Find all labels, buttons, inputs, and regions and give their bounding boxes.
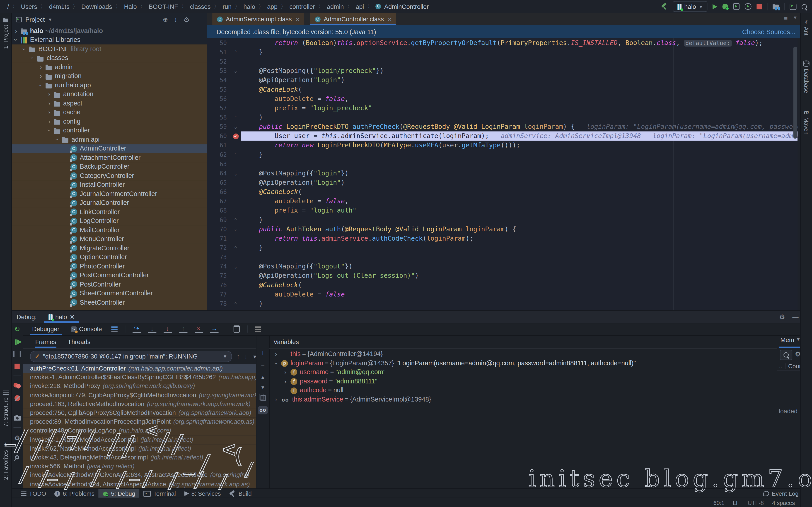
variable-loginParam[interactable]: ›ploginParam = {LoginParam@14357} "Login… [273,359,636,368]
search-everywhere-icon[interactable] [802,4,807,9]
resume-icon[interactable] [17,339,21,344]
editor-tab-AdminServiceImpl.class[interactable]: AdminServiceImpl.class✕ [212,13,304,25]
line-number[interactable]: 57 [207,103,227,113]
close-icon[interactable]: ✕ [69,313,75,321]
chevron-expanded-icon[interactable]: › [47,127,52,133]
stack-frame[interactable]: invoke:62, NativeMethodAccessorImpl(jdk.… [23,444,256,453]
tool-window-button-Terminal[interactable]: Terminal [139,489,180,498]
tool-button-ant[interactable]: ✳ Ant [801,19,812,36]
gear-icon[interactable]: ⚙ [184,16,190,23]
file-encoding[interactable]: UTF-8 [748,500,764,506]
breadcrumb-item[interactable]: BOOT-INF [149,3,178,10]
force-step-into-icon[interactable]: ↓ [164,325,172,333]
debug-icon[interactable] [722,4,728,9]
project-tree-item-LogController[interactable]: LogController [11,217,207,226]
chevron-expanded-icon[interactable]: › [30,55,35,61]
project-tree-item-JournalCommentController[interactable]: JournalCommentController [11,189,207,199]
tab-debugger[interactable]: Debugger [30,323,62,335]
frame-up-icon[interactable]: ↑ [237,353,240,360]
breadcrumb-item[interactable]: / [7,3,9,10]
run-config-selector[interactable]: halo ▼ [673,1,707,12]
project-tree-item-BOOT-INF[interactable]: ›BOOT-INF library root [11,45,207,54]
pin-icon[interactable] [14,454,20,460]
profiler-icon[interactable] [745,3,752,10]
tool-window-button-8: Services[interactable]: 8: Services [180,489,225,498]
add-watch-icon[interactable]: + [261,349,265,357]
tool-window-button-Build[interactable]: Build [225,489,256,498]
line-number[interactable]: 73 [207,252,227,262]
line-number[interactable]: 67 [207,197,227,206]
step-out-icon[interactable]: ↑ [179,325,187,333]
project-tree-item-aspect[interactable]: ›aspect [11,99,207,108]
chevron-icon[interactable]: › [283,368,288,377]
breadcrumb-item[interactable]: admin [327,3,344,10]
tool-button-project[interactable]: 1: Project [0,17,11,49]
line-number[interactable]: 76 [207,280,227,290]
project-tree-item-controller[interactable]: ›controller [11,126,207,135]
line-number[interactable]: 54 [207,75,227,85]
editor-tab-list-icon[interactable]: ≡ [784,15,788,22]
tool-window-button-5: Debug[interactable]: 5: Debug [99,489,139,498]
project-tree-item-run.halo.app[interactable]: ›run.halo.app [11,81,207,90]
close-icon[interactable]: ✕ [388,16,392,22]
project-tree-item-MigrateController[interactable]: MigrateController [11,244,207,253]
project-tree-item-SheetController[interactable]: SheetController [11,298,207,307]
fold-icon[interactable]: ⌃ [230,150,241,159]
project-tree-item-MailController[interactable]: MailController [11,226,207,235]
line-number[interactable]: 51 [207,48,227,57]
chevron-icon[interactable]: › [273,359,279,368]
breadcrumb-item[interactable]: api [356,3,364,10]
fold-icon[interactable]: ⌄ [230,225,241,234]
line-number[interactable]: 72 [207,243,227,252]
stack-frame[interactable]: invoke:43, DelegatingMethodAccessorImpl(… [23,453,256,462]
tool-window-button-TODO[interactable]: TODO [16,489,50,498]
chevron-collapsed-icon[interactable]: › [38,73,44,79]
hide-panel-icon[interactable]: — [196,16,202,23]
step-over-icon[interactable]: ↷ [133,325,141,333]
chevron-expanded-icon[interactable]: › [38,82,44,88]
project-tree-item-admin[interactable]: ›admin [11,63,207,72]
fold-icon[interactable]: ⌄ [230,169,241,178]
breadcrumb-item[interactable]: controller [289,3,315,10]
caret-position[interactable]: 60:1 [713,500,724,506]
project-structure-icon[interactable] [773,5,779,9]
run-anything-icon[interactable] [790,3,797,9]
variable-password[interactable]: ›fpassword = "admin888111" [283,377,377,386]
fold-icon[interactable]: ⌄ [230,66,241,75]
stack-frame[interactable]: invoke:566, Method(java.lang.reflect) [23,462,256,471]
editor-scrollbar[interactable] [794,47,797,139]
project-tree-item-BackupController[interactable]: BackupController [11,162,207,171]
fold-icon[interactable]: ⌄ [230,122,241,131]
line-number[interactable]: 66 [207,187,227,196]
line-number[interactable]: 53 [207,66,227,75]
project-tree-item-config[interactable]: ›config [11,117,207,126]
chevron-icon[interactable]: › [273,350,279,359]
stack-frame[interactable]: proceed:89, MethodInvocationProceedingJo… [23,417,256,427]
project-tree-item-AttachmentController[interactable]: AttachmentController [11,153,207,162]
tool-button-favorites[interactable]: ★ 2: Favorites [0,441,11,480]
line-number[interactable]: 58 [207,113,227,122]
fold-icon[interactable]: ⌃ [230,48,241,57]
chevron-collapsed-icon[interactable]: › [13,28,18,34]
filter-icon[interactable]: ▼ [252,353,256,359]
move-down-icon[interactable]: ▼ [261,385,265,390]
stack-frame[interactable]: invoke:-1, AdminController$$FastClassByS… [23,373,256,382]
project-tree-item-cache[interactable]: ›cache [11,108,207,117]
debug-session-tab[interactable]: halo ✕ [44,311,79,323]
project-tree-item-SheetCommentController[interactable]: SheetCommentController [11,289,207,298]
project-tree-item-OptionController[interactable]: OptionController [11,253,207,262]
evaluate-expression-icon[interactable] [233,326,240,333]
move-up-icon[interactable]: ▲ [261,375,265,380]
project-tree-item-LinkController[interactable]: LinkController [11,208,207,217]
tab-console[interactable]: Console [69,323,104,335]
variable-authcode[interactable]: fauthcode = null [283,386,344,395]
stack-frame[interactable]: invoke:218, MethodProxy(org.springframew… [23,382,256,391]
chevron-collapsed-icon[interactable]: › [47,100,52,106]
build-icon[interactable] [661,3,668,10]
line-number[interactable]: 52 [207,57,227,66]
close-icon[interactable]: ✕ [295,16,300,22]
project-tree-item-JournalController[interactable]: JournalController [11,199,207,208]
tool-button-structure[interactable]: 7: Structure [0,391,11,427]
tab-frames[interactable]: Frames [35,335,56,348]
memory-search[interactable] [780,350,792,360]
